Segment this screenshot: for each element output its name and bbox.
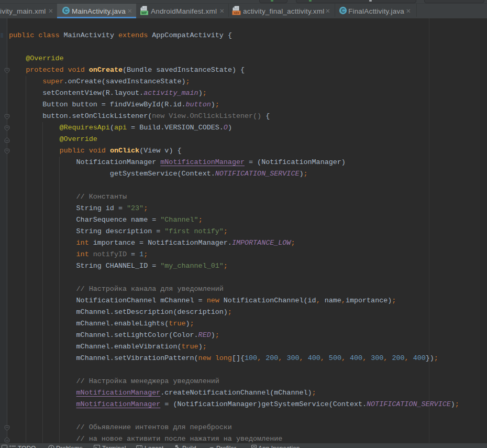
svg-text:C: C (64, 7, 68, 14)
svg-text:C: C (341, 7, 345, 14)
svg-text:MF: MF (141, 10, 147, 15)
svg-text:</>: </> (234, 11, 239, 15)
